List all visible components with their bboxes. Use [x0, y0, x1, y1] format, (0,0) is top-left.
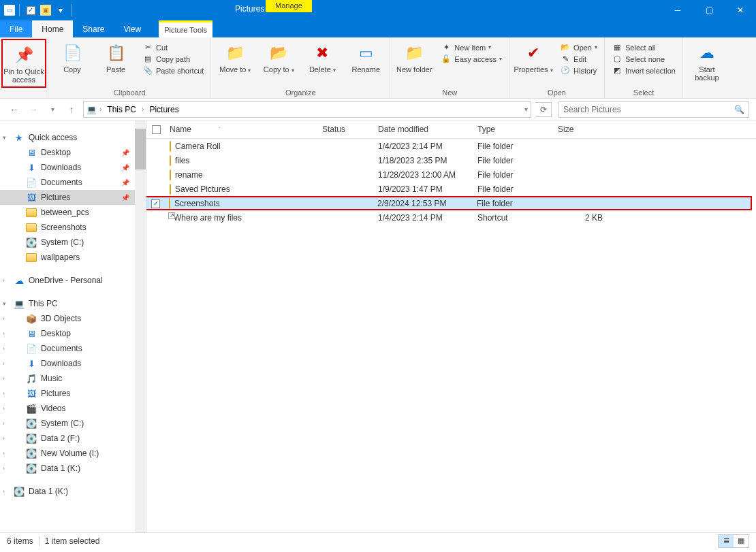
invert-selection-button[interactable]: ◩Invert selection: [609, 65, 678, 76]
move-to-icon: 📁: [224, 42, 246, 64]
tree-videos[interactable]: ›🎬Videos: [0, 401, 146, 416]
tree-scrollbar[interactable]: [135, 120, 146, 532]
tree-scroll-thumb[interactable]: [135, 129, 146, 169]
file-row[interactable]: rename11/28/2023 12:00 AMFile folder: [146, 167, 756, 182]
tree-data1-k-root[interactable]: ›💽Data 1 (K:): [0, 484, 146, 499]
search-box[interactable]: 🔍: [558, 101, 749, 118]
tree-documents-2[interactable]: ›📄Documents: [0, 341, 146, 356]
breadcrumb-this-pc[interactable]: This PC: [104, 103, 139, 116]
move-to-button[interactable]: 📁Move to ▾: [215, 39, 255, 88]
paste-shortcut-button[interactable]: 📎Paste shortcut: [140, 65, 206, 76]
start-backup-button[interactable]: ☁Start backup: [687, 39, 727, 88]
column-status[interactable]: Status: [322, 125, 378, 134]
manage-context-tab[interactable]: Manage: [266, 0, 312, 12]
tree-between-pcs[interactable]: between_pcs: [0, 205, 146, 220]
rename-button[interactable]: ▭Rename: [346, 39, 385, 88]
file-date: 1/18/2023 2:35 PM: [378, 156, 477, 165]
edit-button[interactable]: ✎Edit: [557, 54, 600, 64]
cut-button[interactable]: ✂Cut: [140, 42, 206, 52]
tab-file[interactable]: File: [0, 20, 32, 37]
history-button[interactable]: 🕑History: [557, 65, 600, 76]
tree-3d-objects[interactable]: ›📦3D Objects: [0, 311, 146, 326]
file-name: files: [175, 156, 189, 165]
tree-pictures[interactable]: 🖼Pictures📌: [0, 190, 146, 205]
tree-music[interactable]: ›🎵Music: [0, 371, 146, 386]
tab-picture-tools[interactable]: Picture Tools: [159, 20, 212, 37]
checkbox-column[interactable]: [152, 125, 167, 134]
tree-this-pc[interactable]: ▾💻This PC: [0, 296, 146, 311]
copy-to-button[interactable]: 📂Copy to ▾: [259, 39, 298, 88]
tree-newvol-i[interactable]: ›💽New Volume (I:): [0, 446, 146, 461]
easy-access-button[interactable]: 🔓Easy access ▾: [438, 54, 505, 64]
tree-onedrive[interactable]: ›☁OneDrive - Personal: [0, 273, 146, 288]
folder-icon: [26, 252, 37, 263]
item-count: 6 items: [7, 536, 33, 546]
select-none-button[interactable]: ▢Select none: [609, 54, 678, 64]
pin-to-quick-access-button[interactable]: 📌 Pin to Quick access: [1, 39, 46, 88]
file-row[interactable]: Saved Pictures1/9/2023 1:47 PMFile folde…: [146, 182, 756, 196]
delete-button[interactable]: ✖Delete ▾: [302, 39, 342, 88]
tree-quick-access[interactable]: ▾★Quick access: [0, 130, 146, 145]
tab-home[interactable]: Home: [32, 20, 73, 37]
recent-locations-button[interactable]: ▾: [45, 102, 60, 117]
tab-share[interactable]: Share: [73, 20, 114, 37]
navigation-tree[interactable]: ▾★Quick access 🖥Desktop📌 ⬇Downloads📌 📄Do…: [0, 120, 146, 532]
file-row[interactable]: Where are my files1/4/2023 2:14 PMShortc…: [146, 210, 756, 225]
back-button[interactable]: ←: [7, 102, 22, 117]
file-row[interactable]: files1/18/2023 2:35 PMFile folder: [146, 153, 756, 167]
maximize-button[interactable]: ▢: [693, 0, 725, 20]
file-name: Saved Pictures: [175, 184, 230, 194]
file-size: 2 KB: [558, 213, 603, 223]
copy-path-button[interactable]: ▤Copy path: [140, 54, 206, 64]
large-icons-view-button[interactable]: ▦: [734, 535, 749, 547]
breadcrumb-pictures[interactable]: Pictures: [146, 103, 181, 116]
tree-desktop[interactable]: 🖥Desktop📌: [0, 145, 146, 160]
refresh-button[interactable]: ⟳: [535, 102, 552, 117]
new-group-label: New: [394, 88, 505, 98]
properties-button[interactable]: ✔Properties ▾: [514, 39, 553, 88]
tree-screenshots[interactable]: Screenshots: [0, 220, 146, 235]
pin-icon: 📌: [13, 44, 35, 66]
file-row[interactable]: Camera Roll1/4/2023 2:14 PMFile folder: [146, 139, 756, 153]
new-item-button[interactable]: ✦New item ▾: [438, 42, 505, 52]
up-button[interactable]: ↑: [64, 102, 79, 117]
close-button[interactable]: ✕: [725, 0, 756, 20]
documents-icon: 📄: [26, 177, 37, 188]
tree-pictures-2[interactable]: ›🖼Pictures: [0, 386, 146, 401]
tree-system-c[interactable]: 💽System (C:): [0, 235, 146, 250]
qat-dropdown[interactable]: ▾: [54, 3, 67, 17]
forward-button[interactable]: →: [26, 102, 41, 117]
paste-button[interactable]: 📋Paste: [96, 39, 136, 88]
copy-button[interactable]: 📄Copy: [52, 39, 92, 88]
tree-system-c-2[interactable]: ›💽System (C:): [0, 416, 146, 431]
tree-documents[interactable]: 📄Documents📌: [0, 175, 146, 190]
search-input[interactable]: [563, 105, 734, 114]
qat-folder-icon[interactable]: ▣: [40, 5, 51, 16]
file-type: File folder: [477, 142, 558, 151]
column-size[interactable]: Size: [558, 125, 612, 134]
address-bar[interactable]: 💻 › This PC › Pictures ▾: [83, 101, 531, 118]
column-type[interactable]: Type: [477, 125, 558, 134]
tree-desktop-2[interactable]: ›🖥Desktop: [0, 326, 146, 341]
rename-icon: ▭: [355, 42, 377, 64]
tree-data2-f[interactable]: ›💽Data 2 (F:): [0, 431, 146, 446]
open-button[interactable]: 📂Open ▾: [557, 42, 600, 52]
new-folder-button[interactable]: 📁New folder: [394, 39, 434, 88]
tree-downloads-2[interactable]: ›⬇Downloads: [0, 356, 146, 371]
minimize-button[interactable]: ─: [662, 0, 693, 20]
column-name[interactable]: Nameˆ: [167, 125, 322, 134]
paste-icon: 📋: [105, 42, 127, 64]
paste-shortcut-icon: 📎: [142, 66, 153, 75]
tree-wallpapers[interactable]: wallpapers: [0, 250, 146, 265]
address-history-button[interactable]: ▾: [524, 105, 528, 113]
tree-data1-k[interactable]: ›💽Data 1 (K:): [0, 461, 146, 476]
file-row[interactable]: Screenshots2/9/2024 12:53 PMFile folder: [144, 196, 752, 210]
qat-checkbox[interactable]: [24, 3, 37, 17]
column-date[interactable]: Date modified: [378, 125, 477, 134]
details-view-button[interactable]: ≣: [719, 535, 734, 547]
select-all-button[interactable]: ▦Select all: [609, 42, 678, 52]
checkbox-icon[interactable]: [151, 199, 160, 208]
tab-view[interactable]: View: [114, 20, 151, 37]
folder-icon: [170, 184, 171, 194]
tree-downloads[interactable]: ⬇Downloads📌: [0, 160, 146, 175]
